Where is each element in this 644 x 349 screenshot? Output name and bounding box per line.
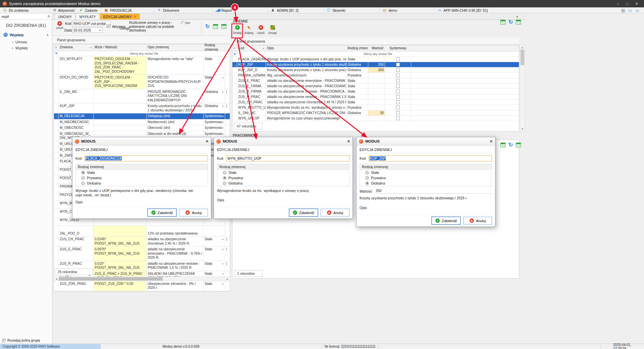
systemowy-checkbox[interactable] — [396, 79, 400, 83]
refresh-icon[interactable]: ↻ — [508, 19, 513, 24]
systemowy-checkbox[interactable] — [396, 73, 400, 77]
column-header-zmienna[interactable]: Zmienna▲ — [59, 45, 94, 50]
close-icon[interactable]: ✕ — [632, 0, 641, 7]
scroll-up-icon[interactable]: ▲ — [520, 45, 525, 50]
radio-option-1[interactable]: Prywatna — [217, 175, 349, 181]
menu-item-production[interactable]: PRODUKCJA — [101, 7, 154, 13]
sidebar-item-umowy[interactable]: Umowy — [0, 39, 52, 45]
anuluj-button[interactable]: ✖Anuluj — [321, 209, 350, 216]
kod-input[interactable]: KUP_JSP — [369, 155, 492, 161]
systemowy-checkbox[interactable] — [396, 63, 400, 66]
cell-rodzaj[interactable]: Stała▼ — [204, 75, 225, 89]
cell-rodzaj[interactable] — [204, 226, 225, 236]
table-row[interactable]: DO_WYPLATY PRZYCHOD_OGOLEM - ZUS_SPOLECZ… — [54, 56, 230, 75]
dropdown-icon[interactable]: ▼ — [222, 120, 224, 125]
cell-rodzaj[interactable]: Stała▼ — [204, 261, 225, 271]
edit-button[interactable]: Edytuj — [244, 24, 254, 38]
wartosc-input[interactable]: 250 — [375, 189, 492, 194]
minimize-icon[interactable]: – — [613, 0, 623, 7]
menu-item-report[interactable]: Raport — [213, 7, 268, 13]
close-icon[interactable]: ✕ — [206, 139, 209, 144]
dropdown-icon[interactable]: ▼ — [222, 126, 224, 131]
systemowy-checkbox[interactable] — [396, 111, 400, 115]
opis-textarea[interactable] — [86, 199, 208, 205]
table-row[interactable]: ZUS_ZDR_PRAC PODST_ZUS_ZDR * 0,09 Ubezpi… — [54, 281, 230, 291]
scrollbar-thumb[interactable] — [521, 50, 524, 65]
aktywna-checkbox[interactable]: ✔ — [107, 24, 110, 28]
scrollbar-thumb[interactable] — [59, 277, 163, 281]
refresh-icon[interactable]: ↻ — [205, 24, 210, 29]
export-grid-icon[interactable] — [221, 24, 226, 29]
dropdown-icon[interactable]: ▼ — [222, 132, 224, 137]
radio-option-2[interactable]: Globalna — [360, 181, 492, 186]
table-row[interactable]: ZUS_CH_PRAC składka na ubezpieczenie cho… — [232, 100, 519, 105]
maximize-icon[interactable]: □ — [623, 0, 632, 7]
table-row[interactable]: IL_DNI_MC PROSZĘ WPROWADZIĆ FAKTYCZNĄ LI… — [232, 110, 519, 116]
column-header-wartosc[interactable]: Wartość — [368, 46, 385, 51]
menu-item-dictionary[interactable]: Słowniki — [324, 7, 380, 13]
monitor-icon-2[interactable]: ▭ — [636, 8, 639, 13]
search-input[interactable]: wypł ⊗ — [0, 13, 52, 19]
column-header-systemowy[interactable]: Systemowy — [385, 46, 411, 51]
zatwierdz-button[interactable]: ✔Zatwierdź — [432, 217, 461, 225]
table-row[interactable]: M_NIEOBECNOSC Nieobecność (dni) Systemow… — [54, 119, 230, 126]
printer-icon[interactable]: ▤ — [621, 8, 625, 13]
monitor-icon[interactable]: ▭ — [628, 8, 632, 13]
horizontal-scrollbar[interactable]: ◄ ► — [54, 277, 230, 281]
table-row[interactable]: KUP_JSP Koszty uzyskania przychodu z tyt… — [54, 103, 230, 113]
cell-rodzaj[interactable]: Systemowa▼ — [204, 113, 225, 119]
table-row[interactable]: → KUP_JSP Koszty uzyskania przychodu z t… — [232, 62, 519, 67]
cell-rodzaj[interactable]: Globalna▼ — [204, 103, 225, 113]
menu-item-user[interactable]: ADMIN [ID: 2] — [268, 7, 324, 13]
dialog-titlebar[interactable]: MODUS ✕ — [214, 137, 353, 146]
dropdown-icon[interactable]: ▼ — [222, 90, 224, 95]
chevron-down-icon[interactable]: ▼ — [516, 15, 519, 18]
dropdown-icon[interactable]: ▼ — [222, 114, 224, 119]
dialog-titlebar[interactable]: MODUS ✕ — [357, 137, 495, 146]
menu-item-monitor[interactable]: APP-WIN-CHR-V.95 [ID: 51] — [435, 7, 493, 13]
table-row[interactable]: ZUS_E_PRAC 0,0976* PODST_WYM_SKL_NA_ZUS … — [54, 247, 230, 261]
right-group-panel[interactable]: Panel grupowania — [232, 38, 519, 45]
cell-rodzaj[interactable]: Stała▼ — [204, 247, 225, 261]
delete-button[interactable]: ✕ Usuń — [256, 24, 266, 38]
usun-button[interactable]: ✕ Usuń — [55, 21, 65, 30]
calendar-dropdown-icon[interactable]: ▼ — [99, 29, 101, 32]
opis-textarea[interactable] — [370, 202, 492, 214]
anuluj-button[interactable]: ✖Anuluj — [463, 217, 492, 225]
export-grid-icon[interactable] — [516, 20, 521, 24]
uwagi-textarea[interactable]: Rozliczenie umowy o pracę - pobieranie z… — [129, 21, 178, 35]
menu-item-task[interactable]: Zadanie — [76, 7, 101, 13]
column-header-opis[interactable]: Opis — [266, 46, 346, 51]
menu-item-document[interactable]: Dokument — [154, 7, 213, 13]
systemowy-checkbox[interactable] — [396, 116, 400, 120]
table-row[interactable]: → M_DELEGACJA Delegacja (dni) Systemowa▼ — [54, 113, 230, 119]
table-row[interactable]: PLACA_ZASADNI... Wynagr. brutto z UOP po… — [232, 57, 519, 62]
column-header-rodzaj[interactable]: Rodzaj zmien... — [346, 46, 368, 51]
rozwijaj-checkbox[interactable]: ✔ — [2, 339, 6, 342]
table-row[interactable]: ZUS_CH_PRAC 0,0245* PODST_WYM_SKL_NA_ZUS… — [54, 237, 230, 247]
tab-edycja-umowy[interactable]: EDYCJA UMOWY ✕ — [100, 13, 140, 19]
zapisz-button[interactable]: Zapisz — [180, 21, 191, 24]
clear-search-icon[interactable]: ⊗ — [47, 14, 50, 18]
table-row[interactable]: ZUS_E_FIRMA składki na ubezpieczenie eme… — [232, 84, 519, 89]
anuluj-button[interactable]: ✖Anuluj — [179, 209, 208, 216]
cell-rodzaj[interactable]: Stała▼ — [204, 56, 225, 74]
close-tab-icon[interactable]: ✕ — [134, 15, 137, 18]
dropdown-icon[interactable]: ▼ — [222, 248, 224, 252]
refresh-icon[interactable]: ↻ — [508, 142, 513, 147]
systemowy-checkbox[interactable] — [396, 84, 400, 88]
opis-textarea[interactable] — [227, 195, 350, 206]
dropdown-icon[interactable]: ▼ — [222, 57, 224, 62]
close-icon[interactable]: ✕ — [347, 139, 350, 144]
table-row[interactable]: ZUS_R_PRAC składki na ubezpieczenie rent… — [232, 94, 519, 100]
column-header-opis[interactable]: Opis zmiennej — [147, 45, 204, 50]
groups-button[interactable]: Grupy — [267, 24, 278, 38]
table-row[interactable]: WYN_BRUTTO_UOP Wynagrodzenie brutto za m… — [232, 105, 519, 110]
kod-input[interactable]: WYN_BRUTTO_UOP — [226, 155, 350, 161]
sidebar-group-wyplaty[interactable]: Wypłaty ∧ — [0, 31, 52, 39]
menu-item-activity[interactable]: Aktywność — [50, 7, 76, 13]
column-header-kod[interactable]: Kod▲ — [237, 46, 266, 51]
cell-rodzaj[interactable]: Globalna▼ — [204, 89, 225, 103]
kod-input[interactable]: PLACA_ZASADNICZA — [85, 155, 208, 161]
systemowy-checkbox[interactable] — [396, 90, 400, 93]
